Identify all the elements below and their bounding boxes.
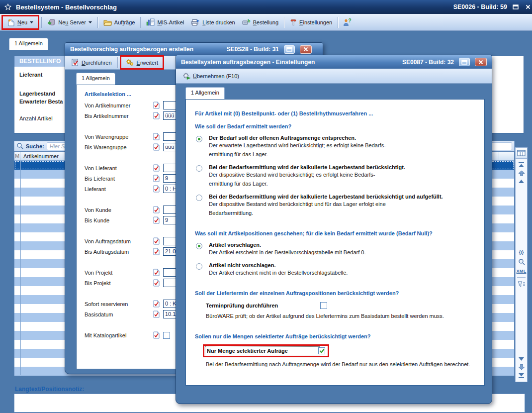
close-icon[interactable]: [300, 45, 312, 54]
radio-option: Artikel vorschlagen.Der Artikel erschein…: [194, 242, 476, 257]
selection-check-icon[interactable]: [153, 310, 161, 318]
field-label: Von Artikelnummer: [85, 103, 153, 108]
checkbox-row: Terminprüfung durchführen: [194, 302, 476, 309]
scroll-top-icon[interactable]: [519, 162, 524, 167]
selection-check-icon[interactable]: [153, 206, 161, 213]
toolbar-button-label: Aufträge: [114, 19, 135, 25]
column-header-m[interactable]: M: [14, 152, 20, 160]
selection-check-icon: [153, 300, 160, 308]
neu-server-button[interactable]: Neu Server: [44, 17, 95, 27]
print-list-icon: [191, 19, 200, 26]
scroll-bottom-icon[interactable]: [519, 373, 524, 378]
step-up-icon[interactable]: [519, 180, 524, 183]
tab-allgemein-dialog2[interactable]: 1 Allgemein: [185, 87, 225, 99]
erweitert-button[interactable]: Erweitert: [122, 57, 162, 68]
dialog2-window-code: SE0087 - Build: 32: [402, 59, 454, 66]
tab-label: 1 Allgemein: [82, 75, 110, 81]
einstellungen-button[interactable]: Einstellungen: [286, 17, 336, 27]
radio-selected[interactable]: [196, 136, 202, 142]
selection-check-icon[interactable]: [153, 175, 161, 182]
checkbox-checked[interactable]: [318, 347, 325, 354]
liste-drucken-button[interactable]: Liste drucken: [187, 17, 238, 27]
uebernehmen-button[interactable]: Übernehmen (F10): [179, 71, 243, 81]
checkbox-unchecked[interactable]: [320, 302, 327, 309]
restore-icon[interactable]: [459, 58, 470, 66]
divider: [517, 277, 526, 278]
mis-artikel-button[interactable]: MIS-Artikel: [143, 17, 187, 27]
settings-tools-icon: [290, 19, 297, 26]
dialog1-title: Bestellvorschlag auftragsbezogen erstell…: [70, 46, 193, 53]
field-label: Bis Warengruppe: [85, 144, 153, 150]
radio-option: Bei der Bedarfsermittlung wird der kalku…: [194, 164, 476, 188]
page-up-icon[interactable]: [519, 171, 525, 176]
dropdown-arrow-icon: [30, 21, 33, 23]
highlight-box: Nur Menge selektierter Aufräge: [203, 344, 329, 357]
dialog2-titlebar: Bestellsystem auftragsbezogen - Einstell…: [176, 55, 492, 69]
radio-option-label[interactable]: Bei der Bedarfsermittlung wird der kalku…: [209, 194, 443, 200]
search-icon[interactable]: [518, 258, 525, 265]
field-braces-icon[interactable]: {I}: [519, 250, 524, 255]
svg-text:b: b: [248, 19, 251, 23]
checkbox-label[interactable]: Nur Menge selektierter Aufräge: [207, 348, 318, 354]
radio-option-label[interactable]: Bei der Bedarfsermittlung wird der kalku…: [209, 164, 405, 170]
main-titlebar: Bestellsystem - Bestellvorschlag SE0026 …: [0, 0, 532, 14]
help-icon[interactable]: ?: [340, 18, 355, 26]
durchführen-button[interactable]: Durchführen: [68, 57, 115, 68]
radio-option-label[interactable]: Artikel vorschlagen.: [209, 242, 365, 248]
radio-option-label[interactable]: Der Bedarf soll der offenen Auftragsmeng…: [209, 135, 386, 141]
selection-check-icon[interactable]: [153, 300, 161, 308]
page-down-icon[interactable]: [519, 364, 525, 370]
selection-check-icon: [153, 143, 160, 151]
toolbar-button-label: Erweitert: [137, 60, 158, 66]
toolbar-separator: [117, 57, 118, 68]
selection-check-icon[interactable]: [153, 216, 161, 224]
highlight-box: Erweitert: [120, 55, 164, 70]
step-down-icon[interactable]: [519, 357, 524, 361]
radio-option: Artikel nicht vorschlagen.Der Artikel er…: [194, 262, 476, 277]
dialog1-window-code: SE0S28 - Build: 31: [227, 46, 279, 53]
option-description: Der dispositive Bestand wird berücksicht…: [209, 200, 443, 208]
selection-check-icon: [153, 102, 160, 109]
selection-check-icon[interactable]: [153, 269, 161, 276]
neu-button[interactable]: Neu: [4, 17, 37, 28]
radio-unselected[interactable]: [196, 195, 202, 201]
aufträge-button[interactable]: Aufträge: [100, 17, 139, 27]
field-label: Von Kunde: [85, 207, 153, 213]
katalogartikel-checkbox[interactable]: [163, 332, 170, 339]
restore-icon[interactable]: [284, 45, 295, 54]
selection-check-icon[interactable]: [153, 102, 161, 109]
radio-selected[interactable]: [196, 243, 202, 249]
option-description: ermittlung für das Lager.: [209, 150, 386, 159]
selection-check-icon[interactable]: [153, 133, 161, 140]
xml-icon[interactable]: XML: [517, 269, 527, 274]
search-icon: [16, 142, 23, 150]
selection-check-icon: [153, 279, 160, 287]
column-separator: [499, 152, 499, 161]
selection-check-icon[interactable]: [153, 248, 161, 255]
svg-text:?: ?: [349, 18, 352, 23]
close-icon[interactable]: [475, 58, 487, 66]
restore-icon[interactable]: [512, 3, 520, 10]
field-label: Bis Projekt: [85, 280, 153, 286]
selection-check-icon[interactable]: [153, 143, 161, 151]
radio-unselected[interactable]: [196, 263, 202, 270]
close-icon[interactable]: [524, 3, 532, 10]
tab-allgemein-main[interactable]: 1 Allgemein: [9, 38, 48, 50]
selection-check-icon[interactable]: [153, 237, 161, 245]
radio-unselected[interactable]: [196, 165, 202, 172]
bestellung-button[interactable]: bBestellung: [239, 17, 282, 27]
column-header-artikelnummer[interactable]: Artikelnummer: [20, 153, 59, 159]
selection-check-icon: [153, 269, 160, 276]
selection-check-icon[interactable]: [153, 164, 161, 172]
tab-allgemein-dialog1[interactable]: 1 Allgemein: [76, 73, 115, 85]
selection-check-icon[interactable]: [153, 185, 161, 193]
selection-check-icon[interactable]: [153, 279, 161, 287]
table-settings-icon[interactable]: [515, 147, 528, 158]
toolbar-button-label: MIS-Artikel: [157, 19, 184, 25]
selection-check-icon[interactable]: [153, 331, 161, 339]
selection-check-icon[interactable]: [153, 112, 161, 119]
radio-option-label[interactable]: Artikel nicht vorschlagen.: [209, 262, 348, 268]
checkbox-label[interactable]: Terminprüfung durchführen: [206, 303, 320, 309]
filter-icon[interactable]: [518, 281, 526, 287]
field-label: Basisdatum: [85, 311, 153, 317]
